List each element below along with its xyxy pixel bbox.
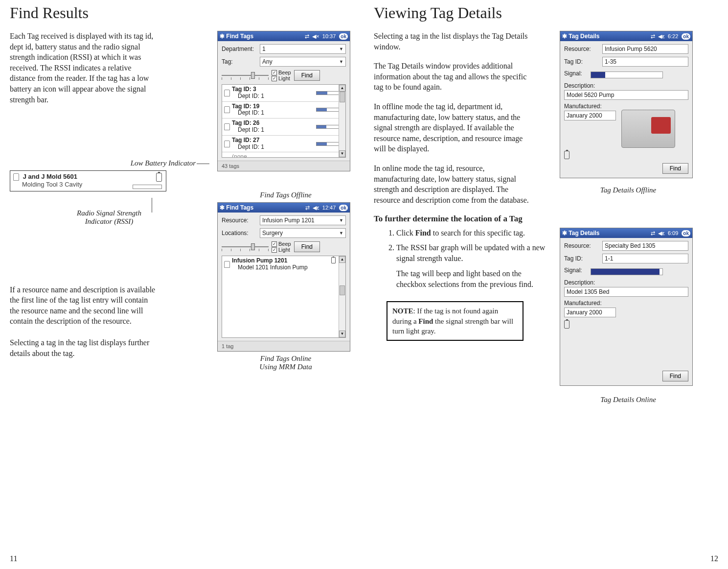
signal-label: Signal:: [564, 70, 582, 77]
chevron-down-icon: ▼: [339, 231, 343, 236]
caption-tag-details-offline: Tag Details Offline: [560, 186, 697, 194]
resource-field[interactable]: Infusion Pump 5620: [602, 44, 688, 54]
tag-label: Tag:: [222, 58, 260, 65]
chevron-down-icon: ▼: [339, 218, 343, 223]
annotation-rssi-1: Radio Signal Strength: [10, 209, 208, 217]
pda-tag-details-offline: ✱ Tag Details ⇄ ◀ԑ 6:22 ok Resource: Inf…: [560, 31, 693, 178]
range-slider[interactable]: [222, 242, 269, 251]
department-dropdown[interactable]: 1▼: [260, 44, 346, 54]
status-bar: 1 tag: [218, 341, 350, 351]
resource-field[interactable]: Specialty Bed 1305: [602, 241, 688, 251]
scroll-down-icon[interactable]: ▼: [339, 331, 345, 337]
find-button[interactable]: Find: [662, 371, 688, 381]
pda-tag-details-online: ✱ Tag Details ⇄ ◀ԑ 6:09 ok Resource: Spe…: [560, 228, 693, 386]
description-field[interactable]: Model 5620 Pump: [564, 90, 688, 100]
ok-button[interactable]: ok: [339, 205, 348, 211]
tag-icon: [224, 90, 230, 96]
scrollbar[interactable]: ▲ ▼: [339, 256, 345, 337]
find-button[interactable]: Find: [294, 241, 320, 252]
manufactured-label: Manufactured:: [564, 103, 602, 110]
tag-details-p1: Selecting a tag in the list displays the…: [374, 31, 530, 52]
list-item[interactable]: Infusion Pump 1201Model 1201 Infusion Pu…: [222, 256, 345, 273]
resource-label: Resource:: [222, 217, 260, 224]
manufactured-field[interactable]: January 2000: [564, 111, 616, 120]
scroll-down-icon[interactable]: ▼: [339, 150, 345, 157]
network-icon: ⇄: [305, 33, 309, 40]
scrollbar[interactable]: ▲ ▼: [339, 85, 345, 157]
resource-label: Resource:: [564, 46, 602, 52]
window-icon: ✱: [220, 204, 225, 211]
tag-details-p4: In online mode the tag id, resource, man…: [374, 163, 530, 205]
clock: 6:22: [668, 33, 678, 39]
tag-icon: [13, 173, 19, 181]
status-bar: 43 tags: [218, 161, 350, 171]
locations-label: Locations:: [222, 230, 260, 237]
network-icon: ⇄: [651, 33, 655, 40]
scroll-thumb[interactable]: [340, 92, 345, 102]
resource-dropdown[interactable]: Infusion Pump 1201▼: [260, 215, 346, 225]
find-button[interactable]: Find: [294, 70, 320, 81]
list-item[interactable]: Tag ID: 27Dept ID: 1: [222, 136, 345, 153]
light-checkbox[interactable]: ✓Light: [272, 247, 291, 253]
manufactured-field[interactable]: January 2000: [564, 308, 616, 317]
beep-checkbox[interactable]: ✓Beep: [272, 70, 291, 75]
speaker-icon: ◀ԑ: [658, 230, 665, 237]
clock: 10:37: [322, 33, 336, 39]
window-icon: ✱: [562, 33, 567, 40]
low-battery-icon: [331, 257, 336, 263]
caption-find-tags-online-2: Using MRM Data: [217, 363, 354, 371]
beep-checkbox[interactable]: ✓Beep: [272, 241, 291, 247]
ok-button[interactable]: ok: [339, 33, 348, 40]
light-checkbox[interactable]: ✓Light: [272, 75, 291, 81]
window-title: Find Tags: [226, 33, 253, 40]
tag-id-field[interactable]: 1-1: [602, 254, 688, 263]
tag-icon: [224, 261, 230, 268]
tag-id-label: Tag ID:: [564, 255, 602, 262]
tag-id-field[interactable]: 1-35: [602, 57, 688, 67]
network-icon: ⇄: [305, 205, 310, 211]
speaker-icon: ◀ԑ: [313, 205, 319, 211]
pda-find-tags-offline: ✱ Find Tags ⇄ ◀× 10:37 ok Department: 1▼: [217, 31, 350, 171]
tag-details-p3: In offline mode the tag id, department i…: [374, 101, 530, 154]
list-item[interactable]: Tag ID: 26Dept ID: 1: [222, 119, 345, 136]
speaker-icon: ◀ԑ: [658, 33, 665, 40]
scroll-thumb[interactable]: [340, 285, 345, 295]
tag-dropdown[interactable]: Any▼: [260, 57, 346, 67]
list-item[interactable]: Tag ID: 3Dept ID: 1: [222, 85, 345, 102]
scroll-up-icon[interactable]: ▲: [339, 85, 345, 92]
resource-label: Resource:: [564, 242, 602, 249]
page-title-left: Find Results: [10, 4, 354, 22]
window-title: Tag Details: [569, 33, 599, 40]
ok-button[interactable]: ok: [682, 33, 690, 40]
window-title: Find Tags: [226, 204, 253, 211]
tag-details-p2: The Tag Details window provides addition…: [374, 61, 530, 93]
tag-result-list[interactable]: Infusion Pump 1201Model 1201 Infusion Pu…: [222, 256, 346, 338]
tag-icon: [224, 106, 230, 113]
list-item[interactable]: (none(none): [222, 152, 345, 158]
sample-name: J and J Mold 5601: [23, 173, 77, 180]
low-battery-icon: [564, 151, 569, 159]
find-results-para-3: Selecting a tag in the tag list displays…: [10, 337, 157, 358]
tag-result-list[interactable]: Tag ID: 3Dept ID: 1 Tag ID: 19Dept ID: 1: [222, 84, 346, 158]
annotation-low-battery: Low Battery Indicator: [131, 159, 196, 167]
locations-dropdown[interactable]: Surgery▼: [260, 228, 346, 238]
list-item[interactable]: Tag ID: 19Dept ID: 1: [222, 102, 345, 119]
clock: 12:47: [322, 205, 336, 211]
low-battery-icon: [156, 173, 162, 182]
scroll-up-icon[interactable]: ▲: [339, 256, 345, 263]
caption-tag-details-online: Tag Details Online: [560, 396, 697, 404]
signal-bar: [591, 268, 663, 275]
description-field[interactable]: Model 1305 Bed: [564, 287, 688, 297]
ok-button[interactable]: ok: [682, 230, 690, 237]
caption-find-tags-online-1: Find Tags Online: [217, 355, 354, 363]
resource-image: [621, 110, 675, 148]
step-1: Click Find to search for this specific t…: [396, 228, 550, 238]
description-label: Description:: [564, 279, 595, 286]
tag-icon: [224, 141, 230, 147]
chevron-down-icon: ▼: [339, 47, 343, 51]
find-button[interactable]: Find: [662, 163, 688, 174]
range-slider[interactable]: [222, 71, 269, 80]
window-icon: ✱: [562, 230, 567, 237]
step-2: The RSSI bar graph will be updated with …: [396, 242, 550, 289]
window-title: Tag Details: [569, 230, 599, 237]
